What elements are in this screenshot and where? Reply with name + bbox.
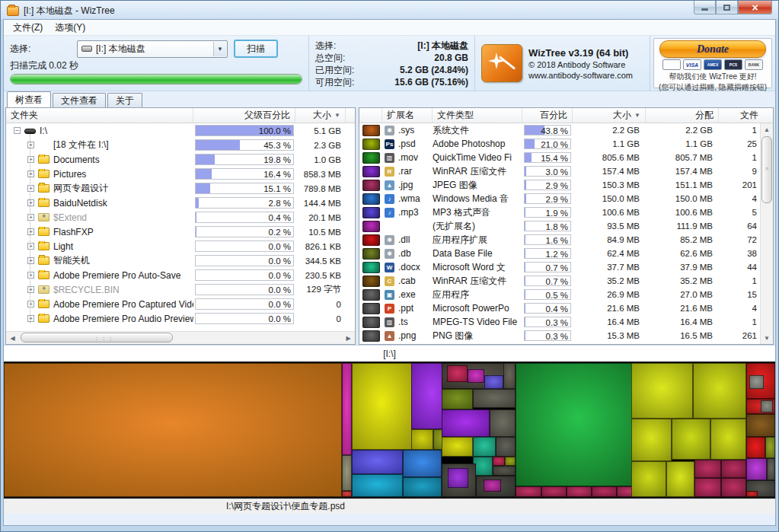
treemap-block[interactable] [666, 461, 694, 497]
tree-row[interactable]: + Light 0.0 % 826.1 KB [6, 239, 355, 253]
treemap-block[interactable] [749, 375, 763, 389]
treemap-block[interactable] [694, 460, 721, 479]
col-size[interactable]: 大小▼ [295, 108, 346, 123]
treemap-block[interactable] [403, 450, 442, 478]
ext-row[interactable]: ✱ .dll 应用程序扩展 1.6 % 84.9 MB 85.2 MB 72 [359, 233, 773, 247]
expand-plus-icon[interactable]: + [27, 142, 34, 148]
donate-button[interactable]: Donate [659, 40, 766, 58]
ext-row[interactable]: C .cab WinRAR 压缩文件 0.7 % 35.2 MB 35.2 MB… [359, 274, 773, 288]
scroll-left-icon[interactable]: ◀ [6, 332, 19, 344]
treemap-block[interactable] [567, 486, 592, 497]
treemap-block[interactable] [505, 457, 516, 467]
treemap-block[interactable] [765, 437, 775, 458]
treemap-block[interactable] [484, 479, 500, 492]
ext-row[interactable]: R .rar WinRAR 压缩文件 3.0 % 157.4 MB 157.4 … [359, 164, 773, 178]
tree-row[interactable]: + Pictures 16.4 % 858.3 MB [6, 167, 355, 181]
hscroll-thumb[interactable]: ⋮⋮⋮ [21, 333, 173, 342]
menu-file[interactable]: 文件(Z) [7, 20, 49, 36]
tree-row[interactable]: + Adobe Premiere Pro Auto-Save 0.0 % 230… [6, 268, 355, 282]
treemap-block[interactable] [541, 486, 567, 497]
treemap-block[interactable] [592, 486, 618, 497]
expand-plus-icon[interactable]: + [27, 286, 34, 293]
app-website[interactable]: www.antibody-software.com [528, 71, 633, 80]
treemap-block[interactable] [721, 478, 747, 497]
treemap-block[interactable] [442, 389, 473, 410]
ext-row[interactable]: ✱ .db Data Base File 1.2 % 62.4 MB 62.6 … [359, 247, 773, 260]
ext-row[interactable]: ▲ .jpg JPEG 图像 2.9 % 150.3 MB 151.1 MB 2… [359, 178, 773, 192]
treemap-block[interactable] [493, 466, 515, 476]
treemap-block[interactable] [721, 460, 747, 479]
col-extension[interactable]: 扩展名 [382, 108, 433, 123]
tree-row[interactable]: + [18 文件在 I:\] 45.3 % 2.3 GB [6, 138, 355, 152]
treemap-block[interactable] [746, 414, 775, 437]
vscroll-thumb[interactable]: ≡ [761, 136, 772, 203]
tab-0[interactable]: 树查看 [7, 91, 51, 107]
ext-row[interactable]: ▣ .exe 应用程序 0.5 % 26.9 MB 27.0 MB 15 [359, 288, 773, 301]
scroll-up-icon[interactable]: ▲ [761, 123, 773, 135]
tree-row[interactable]: + Adobe Premiere Pro Captured Vide 0.0 %… [6, 297, 355, 311]
treemap-block[interactable] [448, 468, 468, 488]
ext-row[interactable]: W .docx Microsoft Word 文 0.7 % 37.7 MB 3… [359, 260, 773, 274]
treemap-block[interactable] [442, 409, 490, 437]
treemap-block[interactable] [484, 375, 503, 389]
ext-row[interactable]: Ps .psd Adobe Photoshop 21.0 % 1.1 GB 1.… [359, 137, 773, 151]
treemap-block[interactable] [493, 457, 504, 467]
tab-2[interactable]: 关于 [107, 93, 142, 107]
col-percent[interactable]: 百分比 [522, 108, 573, 123]
tree-row[interactable]: + $RECYCLE.BIN 0.0 % 129 字节 [6, 282, 355, 297]
treemap-block[interactable] [503, 363, 516, 389]
treemap-block[interactable] [411, 429, 433, 450]
hscroll-track[interactable]: ⋮⋮⋮ [19, 332, 342, 344]
ext-row[interactable]: ▲ .png PNG 图像 0.3 % 15.3 MB 16.5 MB 261 [359, 329, 773, 342]
titlebar[interactable]: [I:] 本地磁盘 - WizTree × [1, 1, 778, 19]
ext-row[interactable]: (无扩展名) 1.8 % 93.5 MB 111.9 MB 64 [359, 219, 773, 233]
treemap-block[interactable] [516, 486, 541, 497]
treemap-block[interactable] [447, 365, 467, 382]
expand-minus-icon[interactable]: − [14, 127, 21, 134]
col-size[interactable]: 大小▼ [573, 108, 646, 123]
col-allocated[interactable]: 分配 [646, 108, 719, 123]
treemap-block[interactable] [496, 437, 515, 457]
treemap-block[interactable] [694, 478, 721, 497]
col-files[interactable]: 文件 [719, 108, 763, 123]
treemap[interactable] [4, 362, 775, 499]
scan-button[interactable]: 扫描 [234, 40, 278, 58]
menu-options[interactable]: 选项(Y) [49, 20, 91, 36]
tree-row[interactable]: − I:\ 100.0 % 5.1 GB [6, 123, 355, 138]
col-folder[interactable]: 文件夹 [6, 108, 193, 123]
treemap-block[interactable] [342, 491, 352, 497]
treemap-block[interactable] [672, 419, 710, 459]
ext-row[interactable]: ♪ .mp3 MP3 格式声音 1.9 % 100.6 MB 100.6 MB … [359, 205, 773, 219]
ext-row[interactable]: ▥ .ts MPEG-TS Video File 0.3 % 16.4 MB 1… [359, 315, 773, 329]
col-parent-percent[interactable]: 父级百分比 [193, 108, 295, 123]
treemap-block[interactable] [403, 477, 442, 497]
treemap-block[interactable] [352, 363, 411, 450]
treemap-block[interactable] [473, 389, 516, 409]
minimize-button[interactable] [694, 1, 716, 14]
tree-row[interactable]: + 智能关机 0.0 % 344.5 KB [6, 253, 355, 268]
treemap-block[interactable] [761, 400, 773, 413]
treemap-block[interactable] [516, 363, 642, 486]
treemap-block[interactable] [442, 437, 473, 457]
ext-row[interactable]: ✱ .sys 系统文件 43.8 % 2.2 GB 2.2 GB 1 [359, 123, 773, 137]
scroll-right-icon[interactable]: ▶ [342, 332, 355, 344]
tree-row[interactable]: + $Extend 0.4 % 20.1 MB [6, 210, 355, 225]
treemap-block[interactable] [468, 369, 484, 383]
expand-plus-icon[interactable]: + [27, 257, 34, 264]
tree-row[interactable]: + FlashFXP 0.2 % 10.5 MB [6, 225, 355, 239]
drive-select[interactable]: [I:] 本地磁盘 ▼ [77, 40, 228, 58]
scroll-down-icon[interactable]: ▼ [761, 332, 773, 344]
treemap-block[interactable] [746, 458, 766, 481]
treemap-block[interactable] [342, 363, 352, 455]
tree-row[interactable]: + BaiduNetdisk 2.8 % 144.4 MB [6, 196, 355, 210]
treemap-block[interactable] [4, 363, 342, 497]
treemap-block[interactable] [490, 409, 516, 437]
treemap-block[interactable] [767, 458, 775, 481]
ext-row[interactable]: ▥ .mov QuickTime Video Fi 15.4 % 805.6 M… [359, 151, 773, 164]
expand-plus-icon[interactable]: + [27, 199, 34, 206]
tree-row[interactable]: + 网页专题设计 15.1 % 789.8 MB [6, 181, 355, 196]
vertical-scrollbar[interactable]: ▲ ≡ ▼ [760, 123, 773, 344]
expand-plus-icon[interactable]: + [27, 170, 34, 177]
expand-plus-icon[interactable]: + [27, 156, 34, 163]
treemap-block[interactable] [746, 491, 757, 497]
